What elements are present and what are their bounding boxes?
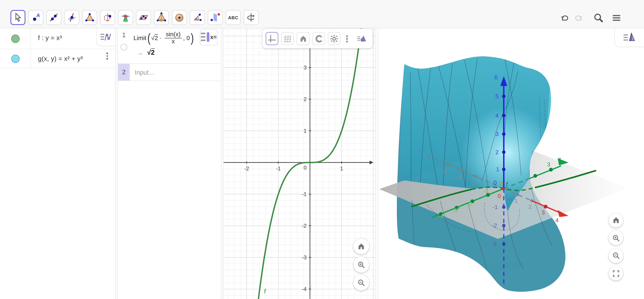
tool-line-button[interactable] <box>46 10 61 25</box>
algebra-expression[interactable]: f : y = x³ <box>31 28 65 49</box>
zoom-in-button[interactable] <box>353 257 369 272</box>
svg-text:3: 3 <box>496 131 499 137</box>
svg-text:0: 0 <box>498 193 501 199</box>
view-switcher-3d-button[interactable] <box>614 28 644 47</box>
tool-point-button[interactable]: A <box>28 10 43 25</box>
zoom-out-button[interactable] <box>353 275 369 290</box>
tool-perpendicular-line-button[interactable] <box>64 10 79 25</box>
graphics-2d-nav-buttons <box>353 236 369 291</box>
panel-divider[interactable] <box>375 28 378 299</box>
cas-input-field[interactable]: Input… <box>130 64 155 80</box>
zoom-in-button[interactable] <box>608 230 623 245</box>
sqrt-2: √2 <box>151 34 158 41</box>
search-icon[interactable] <box>593 12 604 23</box>
cas-row-2-gutter: 2 <box>118 64 130 80</box>
show-grid-button[interactable] <box>281 32 294 45</box>
cas-row-number: 1 <box>122 31 126 38</box>
svg-text:-3: -3 <box>452 207 458 213</box>
algebra-row-g[interactable]: g(x, y) = x² + y³ <box>0 49 115 68</box>
home-button[interactable] <box>353 239 369 254</box>
svg-text:α: α <box>197 17 199 20</box>
redo-button[interactable] <box>574 13 584 23</box>
cas-view: 1 Limit(√2·sin(x)x, 0) → √2 2 Input… <box>118 28 221 299</box>
undo-button[interactable] <box>559 13 569 23</box>
graphics-view-2d[interactable]: -2-11321-1-2-3-40f <box>224 28 375 299</box>
visibility-cell <box>0 49 31 68</box>
svg-text:2: 2 <box>528 204 532 210</box>
cas-command: Limit <box>134 34 146 41</box>
svg-text:1: 1 <box>340 166 343 172</box>
row-menu-icon[interactable] <box>104 52 110 62</box>
text-tool-label: ABC <box>228 15 238 20</box>
fraction: sin(x)x <box>164 31 182 45</box>
svg-text:A: A <box>36 12 40 18</box>
cas-style-button[interactable]: x= <box>200 29 218 46</box>
tool-rotate-around-line-button[interactable] <box>100 10 115 25</box>
visibility-cell <box>0 28 31 49</box>
graphics-3d-nav-buttons <box>608 210 623 280</box>
cas-row-2[interactable]: 2 Input… <box>118 64 221 81</box>
svg-text:2: 2 <box>496 149 499 156</box>
tool-polygon-button[interactable] <box>82 10 97 25</box>
home-button[interactable] <box>608 213 623 228</box>
tool-pyramid-button[interactable] <box>154 10 169 25</box>
tool-move-button[interactable] <box>10 10 26 25</box>
svg-text:-1: -1 <box>276 166 281 172</box>
tool-row: AαABC <box>10 10 259 25</box>
svg-text:3: 3 <box>542 209 545 216</box>
svg-text:1: 1 <box>304 128 307 134</box>
svg-text:1: 1 <box>514 198 518 204</box>
svg-text:3: 3 <box>304 64 307 71</box>
cas-show-object-toggle[interactable] <box>120 44 127 50</box>
svg-text:4: 4 <box>496 112 499 119</box>
svg-text:-3: -3 <box>456 174 461 180</box>
svg-text:-1: -1 <box>493 204 498 210</box>
algebra-style-button[interactable] <box>96 28 115 46</box>
svg-text:6: 6 <box>494 74 498 81</box>
svg-text:-1: -1 <box>484 187 489 194</box>
show-axes-button[interactable] <box>266 32 278 45</box>
svg-text:x=: x= <box>210 34 217 40</box>
tool-rotate-3d-view-button[interactable] <box>244 10 258 25</box>
svg-text:-2: -2 <box>492 222 497 229</box>
cas-result: → √2 <box>137 49 218 56</box>
tool-text-button[interactable]: ABC <box>226 10 241 25</box>
svg-text:0: 0 <box>500 180 503 186</box>
algebra-style-icon <box>100 32 112 42</box>
standard-view-button[interactable] <box>297 32 309 45</box>
svg-text:0: 0 <box>304 164 307 171</box>
svg-text:-2: -2 <box>302 223 307 229</box>
algebra-view: f : y = x³g(x, y) = x² + y³ <box>0 28 115 299</box>
fullscreen-button[interactable] <box>608 266 623 280</box>
svg-text:2: 2 <box>304 96 307 102</box>
graphics-view-3d[interactable]: 6543210-1-2-334-1-2-3-403412-2-3-40f <box>378 28 644 299</box>
view-switcher-3d-icon <box>623 32 636 43</box>
svg-text:3: 3 <box>547 161 550 168</box>
view-switcher-2d-button[interactable] <box>354 32 369 45</box>
tool-sphere-button[interactable] <box>172 10 187 25</box>
tool-angle-button[interactable]: α <box>190 10 205 25</box>
svg-text:1: 1 <box>496 166 499 172</box>
panel-divider[interactable] <box>115 28 118 299</box>
tool-reflect-about-plane-button[interactable] <box>208 10 223 25</box>
algebra-expression[interactable]: g(x, y) = x² + y³ <box>31 49 86 68</box>
snap-to-grid-button[interactable] <box>312 32 325 45</box>
svg-text:-3: -3 <box>302 254 307 260</box>
panel-divider[interactable] <box>221 28 224 299</box>
visibility-toggle-f[interactable] <box>11 34 20 43</box>
visibility-toggle-g[interactable] <box>11 54 20 63</box>
svg-text:-2: -2 <box>470 180 475 186</box>
tool-intersect-surfaces-button[interactable] <box>118 10 133 25</box>
zoom-out-button[interactable] <box>608 248 623 263</box>
svg-text:-4: -4 <box>302 286 307 292</box>
cas-style-icon: x= <box>200 30 217 44</box>
svg-text:4: 4 <box>555 217 558 223</box>
cas-row-1-gutter: 1 <box>118 28 130 64</box>
more-options-button[interactable] <box>343 32 351 45</box>
svg-text:-4: -4 <box>442 168 447 174</box>
menu-icon[interactable] <box>612 13 622 23</box>
tool-plane-through-points-button[interactable] <box>136 10 151 25</box>
svg-text:5: 5 <box>496 93 499 100</box>
settings-button[interactable] <box>328 32 340 45</box>
svg-text:4: 4 <box>558 156 561 163</box>
